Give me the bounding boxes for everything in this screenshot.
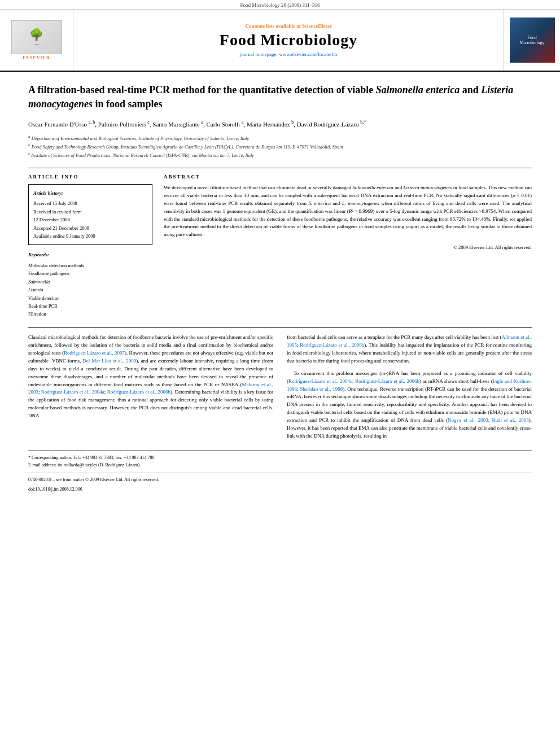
journal-title-area: Contents lists available at ScienceDirec… <box>73 10 504 71</box>
ref-rodriguez-2004c: Rodríguez-Lázaro et al., 2004c <box>288 378 352 384</box>
journal-citation: Food Microbiology 26 (2009) 311–316 <box>240 2 320 8</box>
body-section: Classical microbiological methods for de… <box>28 327 532 493</box>
sciencedirect-prefix: Contents lists available at <box>246 23 303 29</box>
doi-line: doi:10.1016/j.fm.2008.12.006 <box>28 486 532 493</box>
journal-homepage: journal homepage: www.elsevier.com/locat… <box>240 51 337 57</box>
email-address: E-mail address: ita-rodlazda@itacyles (D… <box>28 462 532 469</box>
article-history-label: Article history: <box>33 189 147 197</box>
journal-title: Food Microbiology <box>220 31 357 49</box>
cover-label: FoodMicrobiology <box>520 35 545 45</box>
keywords-box: Keywords: Molecular detection methods Fo… <box>28 251 152 318</box>
article-info-header: ARTICLE INFO <box>28 174 152 180</box>
body-para-1: Classical microbiological methods for de… <box>28 334 273 420</box>
elsevier-wordmark: ⸻ <box>34 42 38 47</box>
body-two-col: Classical microbiological methods for de… <box>28 334 532 445</box>
issn-line: 0740-0020/$ – see front matter © 2009 El… <box>28 477 532 484</box>
ref-rodriguez-2006b-2: Rodríguez-Lázaro et al., 2006b <box>300 342 364 348</box>
elsevier-brand-text: ELSEVIER <box>23 55 50 60</box>
article-info-column: ARTICLE INFO Article history: Received 1… <box>28 174 152 318</box>
affiliations: a Department of Environmental and Biolog… <box>28 134 532 160</box>
page: Food Microbiology 26 (2009) 311–316 🌳 ⸻ … <box>0 0 560 747</box>
keyword-3: Salmonella <box>28 278 152 286</box>
body-column-left: Classical microbiological methods for de… <box>28 334 273 445</box>
keyword-6: Real-time PCR <box>28 302 152 310</box>
keywords-label: Keywords: <box>28 251 152 259</box>
keyword-1: Molecular detection methods <box>28 261 152 269</box>
journal-header: 🌳 ⸻ ELSEVIER Contents lists available at… <box>0 10 560 72</box>
ref-rodriguez-2004a: Rodríguez-Lázaro et al., 2004a <box>41 389 104 395</box>
keyword-7: Filtration <box>28 310 152 318</box>
abstract-header: ABSTRACT <box>164 174 532 180</box>
ref-rodriguez-2006b: Rodríguez-Lázaro et al., 2006b <box>107 389 170 395</box>
elsevier-logo-image: 🌳 ⸻ <box>11 20 62 54</box>
elsevier-logo-container: 🌳 ⸻ ELSEVIER <box>0 10 73 71</box>
footer-divider <box>28 473 532 473</box>
revised-date: 12 December 2008 <box>33 216 147 224</box>
available-date: Available online 9 January 2009 <box>33 232 147 240</box>
keyword-2: Foodborne pathogens <box>28 269 152 277</box>
footer-note: * Corresponding author. Tel.: +34 983 31… <box>28 451 532 493</box>
authors-line: Oscar Fernando D'Urso a, b, Palmiro Polt… <box>28 119 532 129</box>
journal-citation-bar: Food Microbiology 26 (2009) 311–316 <box>0 0 560 10</box>
body-column-right: from bacterial dead cells can serve as a… <box>287 334 532 445</box>
revised-label: Received in revised form <box>33 208 147 216</box>
homepage-url: www.elsevier.com/locate/fm <box>279 51 337 57</box>
ref-rodriguez-2006b-3: Rodríguez-Lázaro et al., 2006b <box>355 378 419 384</box>
sciencedirect-name: ScienceDirect <box>302 23 331 29</box>
article-title: A filtration-based real-time PCR method … <box>28 83 532 111</box>
main-content: A filtration-based real-time PCR method … <box>0 72 560 504</box>
keyword-4: Listeria <box>28 286 152 294</box>
ref-delmar-2000: Del Mar Lleo et al., 2000 <box>82 358 136 364</box>
cover-image: FoodMicrobiology <box>510 18 555 63</box>
body-para-3: To circumvent this problem messenger (m-… <box>287 370 532 440</box>
article-info-abstract-section: ARTICLE INFO Article history: Received 1… <box>28 168 532 318</box>
ref-rudi-2005: Rudi et al., 2005 <box>492 417 528 423</box>
tree-icon: 🌳 <box>29 28 43 41</box>
homepage-prefix: journal homepage: <box>240 51 279 57</box>
sciencedirect-link: Contents lists available at ScienceDirec… <box>246 23 332 29</box>
ref-nogva-2003: Nogva et al., 2003 <box>448 417 488 423</box>
ref-rodriguez-2007: Rodríguez-Lázaro et al., 2007 <box>64 350 125 356</box>
journal-cover-image: FoodMicrobiology <box>504 10 560 71</box>
corresponding-author: * Corresponding author. Tel.: +34 983 31… <box>28 455 532 462</box>
copyright-notice: © 2009 Elsevier Ltd. All rights reserved… <box>164 244 532 250</box>
received-date: Received 15 July 2008 <box>33 199 147 207</box>
ref-sheridan-1998: Sheridan et al., 1998 <box>300 386 343 392</box>
article-history-box: Article history: Received 15 July 2008 R… <box>28 184 152 246</box>
abstract-text: We developed a novel filtration-based me… <box>164 184 532 239</box>
body-para-2: from bacterial dead cells can serve as a… <box>287 334 532 365</box>
keyword-5: Viable detection <box>28 294 152 302</box>
abstract-column: ABSTRACT We developed a novel filtration… <box>164 174 532 318</box>
accepted-date: Accepted 21 December 2008 <box>33 224 147 232</box>
